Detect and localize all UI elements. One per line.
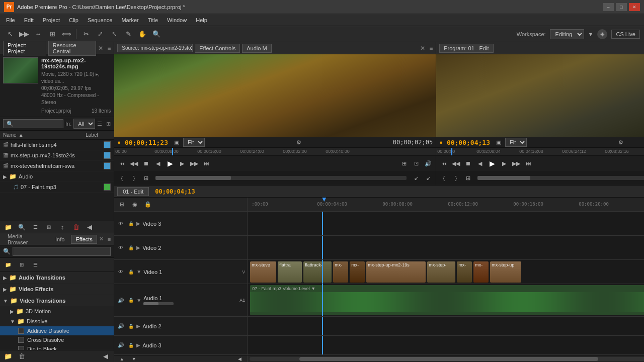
source-insert-btn[interactable]: ↙ [411,172,422,184]
list-view-button[interactable]: ☰ [29,221,41,233]
source-output-btn[interactable]: ⊡ [411,158,422,169]
project-search-input[interactable] [3,119,63,128]
timeline-timecode[interactable]: 00;00;04;13 [155,188,195,195]
program-mark-in[interactable]: { [438,172,449,184]
program-play[interactable]: ▶ [487,158,498,169]
source-timecode-out[interactable]: 00;00;02;05 [393,139,433,146]
clip-mx-step2[interactable]: mx-step- [427,261,455,283]
program-playhead-slider[interactable] [477,176,644,180]
icon-view-btn[interactable]: ⊞ [106,121,111,127]
media-browser-tab[interactable]: Media Browser [3,233,49,247]
effects-panel-close[interactable]: ✕ [99,236,104,242]
video1-expand[interactable]: ▼ [136,269,141,275]
project-tab[interactable]: Project: Project [3,41,46,56]
video2-vis-btn[interactable]: 👁 [116,243,125,252]
clip-mx-step-up2[interactable]: mx-step-up [490,261,521,283]
clip-mx2[interactable]: mx- [350,261,365,283]
effects-panel-arrow[interactable]: ◀ [100,350,112,363]
icon-view-button[interactable]: ⊞ [43,221,55,233]
audio3-expand[interactable]: ▶ [136,342,140,348]
video3-lock-btn[interactable]: 🔒 [127,220,134,227]
folder-item[interactable]: ▶ 📁 Audio [0,171,114,182]
project-panel-close[interactable]: ✕ [98,45,103,52]
clip-flattra[interactable]: flattra [278,261,302,283]
menu-edit[interactable]: Edit [20,16,38,24]
source-mark-in[interactable]: { [116,172,127,184]
menu-marker[interactable]: Marker [117,16,142,24]
effects-search-input[interactable] [13,247,111,256]
audio1-vis-btn[interactable]: 🔊 [116,296,125,305]
new-bin-button[interactable]: 📁 [2,221,14,233]
source-step-back2[interactable]: ◀ [152,158,164,169]
source-step-fwd[interactable]: ▶ [177,158,188,169]
video-effects-header[interactable]: ▶ 📁 Video Effects [0,284,114,295]
dip-to-black-item[interactable]: Dip to Black [0,344,114,350]
clip-mx4[interactable]: mx- [473,261,489,283]
slip-tool[interactable]: ⤢ [94,28,106,40]
source-set-in[interactable]: ⊞ [140,172,151,184]
restore-button[interactable]: □ [616,3,627,11]
selection-tool[interactable]: ↖ [4,28,16,40]
razor-tool[interactable]: ✂ [80,28,92,40]
audio1-expand[interactable]: ▼ [136,298,141,303]
video1-lock-btn[interactable]: 🔒 [127,268,134,276]
program-fast-fwd[interactable]: ▶▶ [511,158,522,169]
audio2-vis-btn[interactable]: 🔊 [116,322,125,331]
source-goto-in[interactable]: ⏮ [116,158,127,169]
source-safe-margins[interactable]: ⊞ [398,158,410,169]
menu-title[interactable]: Title [144,16,162,24]
effects-delete-btn[interactable]: 🗑 [16,350,28,363]
cs-live-button[interactable]: CS Live [611,30,640,39]
audio3-lock-btn[interactable]: 🔒 [127,342,134,349]
source-goto-out[interactable]: ⏭ [201,158,212,169]
timeline-h-scrollbar[interactable] [250,357,644,361]
clip-mx-steve[interactable]: mx-steve [250,261,276,283]
effects-tab[interactable]: Effects [71,235,97,244]
video2-lock-btn[interactable]: 🔒 [127,244,134,251]
rolling-edit-tool[interactable]: ⊞ [46,28,58,40]
cross-dissolve-item[interactable]: Cross Dissolve [0,335,114,344]
col-name-header[interactable]: Name ▲ [3,132,86,138]
source-stop[interactable]: ⏹ [140,158,151,169]
minimize-button[interactable]: – [603,3,614,11]
clip-flattrack[interactable]: flattrack- [303,261,332,283]
track-add-btn[interactable]: 🔒 [142,199,153,210]
source-audio-btn[interactable]: 🔊 [423,158,434,169]
project-panel-menu[interactable]: ≡ [107,45,111,52]
resource-central-tab[interactable]: Resource Central [48,41,97,56]
program-mark-out[interactable]: } [450,172,461,184]
audio-mixer-tab[interactable]: Audio M [242,44,271,53]
source-monitor-close[interactable]: ✕ [420,45,425,52]
search-in-select[interactable]: All [73,119,95,129]
menu-clip[interactable]: Clip [65,16,83,24]
audio-transitions-header[interactable]: ▶ 📁 Audio Transitions [0,272,114,283]
effects-list-btn[interactable]: ☰ [29,259,41,271]
scroll-up-btn[interactable]: ▲ [116,353,127,363]
video2-expand[interactable]: ▶ [136,245,140,250]
3d-motion-header[interactable]: ▶ 📁 3D Motion [0,306,114,316]
program-tab[interactable]: Program: 01 - Edit [439,44,493,53]
audio3-vis-btn[interactable]: 🔊 [116,341,125,350]
video3-expand[interactable]: ▶ [136,221,140,226]
delete-button[interactable]: 🗑 [70,221,82,233]
source-mark-out[interactable]: } [128,172,139,184]
find-button[interactable]: 🔍 [16,221,28,233]
zoom-in-btn[interactable]: ◀ [234,353,245,363]
hand-tool[interactable]: ✋ [136,28,148,40]
program-step-fwd[interactable]: ▶ [499,158,510,169]
video3-vis-btn[interactable]: 👁 [116,219,125,228]
audio2-expand[interactable]: ▶ [136,323,140,329]
timeline-tab[interactable]: 01 - Edit [117,187,149,196]
video1-vis-btn[interactable]: 👁 [116,267,125,277]
audio1-lock-btn[interactable]: 🔒 [127,297,134,304]
source-playhead-slider[interactable] [155,176,407,180]
program-timecode-in[interactable]: 00;00;04;13 [447,139,490,146]
menu-file[interactable]: File [2,16,19,24]
menu-sequence[interactable]: Sequence [84,16,117,24]
source-fast-fwd[interactable]: ▶▶ [189,158,200,169]
dissolve-header[interactable]: ▼ 📁 Dissolve [0,316,114,326]
effects-panel-menu[interactable]: ≡ [108,236,111,242]
audio-clip-faint[interactable]: 07 - Faint.mp3 Volume:Level ▼ [250,285,644,315]
zoom-tool[interactable]: 🔍 [150,28,163,40]
slide-tool[interactable]: ⤡ [108,28,120,40]
